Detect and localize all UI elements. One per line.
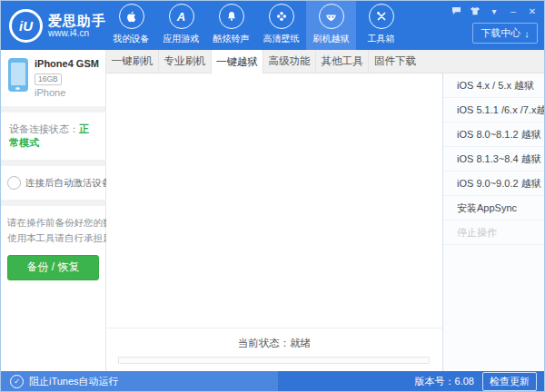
progress-bar — [118, 357, 430, 364]
download-center-button[interactable]: 下载中心 ↓ — [472, 23, 538, 44]
block-itunes-toggle[interactable]: ✓ 阻止iTunes自动运行 — [1, 371, 278, 391]
divider — [1, 160, 105, 166]
divider — [1, 106, 105, 113]
header-bar: iU 爱思助手 www.i4.cn 我的设备 A 应用游戏 酷炫铃声 — [1, 1, 544, 50]
status-area: 当前状态：就绪 — [106, 328, 442, 371]
tab-other-tools[interactable]: 其他工具 — [316, 50, 369, 73]
download-arrow-icon: ↓ — [524, 28, 530, 39]
action-ios813-84-jailbreak[interactable]: iOS 8.1.3~8.4 越狱 — [443, 147, 544, 172]
nav-item-ringtones[interactable]: 酷炫铃声 — [206, 1, 256, 50]
action-stop-operation: 停止操作 — [443, 220, 544, 245]
action-ios90-902-jailbreak[interactable]: iOS 9.0~9.0.2 越狱 — [443, 172, 544, 196]
bell-icon — [219, 4, 244, 29]
connection-status-label: 设备连接状态： — [9, 123, 79, 134]
nav-label: 应用游戏 — [164, 33, 200, 45]
divider — [1, 200, 105, 206]
version-number: 版本号：6.08 — [415, 375, 474, 388]
iphone-icon — [8, 58, 28, 92]
nav-item-flash-jailbreak[interactable]: 刷机越狱 — [306, 1, 356, 50]
check-update-button[interactable]: 检查更新 — [482, 372, 537, 391]
radio-icon[interactable] — [7, 176, 21, 190]
nav-label: 刷机越狱 — [313, 33, 350, 45]
skin-theme-icon[interactable] — [470, 5, 481, 16]
nav-label: 高清壁纸 — [263, 33, 300, 45]
action-ios511-6-7-jailbreak[interactable]: iOS 5.1.1 /6.x /7.x越狱 — [443, 98, 544, 122]
device-name: iPhone4 GSM — [35, 58, 99, 69]
device-info-card: iPhone4 GSM 16GB iPhone — [1, 50, 105, 106]
tab-one-key-jailbreak[interactable]: 一键越狱 — [211, 50, 263, 74]
tab-pro-flash[interactable]: 专业刷机 — [159, 50, 212, 73]
tab-one-key-flash[interactable]: 一键刷机 — [106, 50, 159, 73]
nav-item-wallpapers[interactable]: 高清壁纸 — [256, 1, 306, 50]
auto-activate-option[interactable]: 连接后自动激活设备 — [1, 166, 105, 200]
action-ios4-5-jailbreak[interactable]: iOS 4.x / 5.x 越狱 — [443, 74, 544, 98]
action-ios80-812-jailbreak[interactable]: iOS 8.0~8.1.2 越狱 — [443, 122, 544, 147]
toolbox-icon — [369, 4, 394, 29]
auto-activate-label: 连接后自动激活设备 — [25, 177, 112, 190]
window-controls: ▾ – ✕ — [451, 5, 538, 16]
footer-bar: ✓ 阻止iTunes自动运行 版本号：6.08 检查更新 — [1, 371, 544, 391]
nav-item-toolbox[interactable]: 工具箱 — [356, 1, 406, 50]
apple-icon — [119, 4, 144, 29]
warning-text-line2: 使用本工具请自行承担风险 — [7, 230, 99, 246]
feedback-icon[interactable] — [451, 5, 461, 16]
nav-item-my-device[interactable]: 我的设备 — [106, 1, 156, 50]
warning-text-line1: 请在操作前备份好您的数据 — [7, 215, 99, 230]
app-title: 爱思助手 — [48, 13, 106, 28]
nav-label: 工具箱 — [368, 33, 395, 45]
device-capacity-badge: 16GB — [35, 74, 62, 85]
i4-logo-icon: iU — [9, 9, 43, 43]
close-icon[interactable]: ✕ — [527, 5, 538, 16]
jailbreak-main-panel: 当前状态：就绪 — [106, 74, 442, 371]
nav-item-apps-games[interactable]: A 应用游戏 — [156, 1, 206, 50]
check-circle-icon: ✓ — [10, 375, 24, 388]
backup-warning-card: 请在操作前备份好您的数据 使用本工具请自行承担风险 备份 / 恢复 — [1, 206, 105, 291]
function-tabs: 一键刷机 专业刷机 一键越狱 高级功能 其他工具 固件下载 — [106, 50, 544, 74]
nav-label: 酷炫铃声 — [213, 33, 250, 45]
jailbreak-mask-icon — [319, 4, 344, 29]
download-center-label: 下载中心 — [481, 26, 520, 40]
minimize-icon[interactable]: – — [508, 5, 519, 16]
menu-chevron-icon[interactable]: ▾ — [489, 5, 500, 16]
app-window: iU 爱思助手 www.i4.cn 我的设备 A 应用游戏 酷炫铃声 — [0, 0, 545, 392]
appstore-icon: A — [169, 4, 194, 29]
jailbreak-actions-panel: iOS 4.x / 5.x 越狱 iOS 5.1.1 /6.x /7.x越狱 i… — [442, 74, 544, 371]
connection-status: 设备连接状态：正常模式 — [1, 113, 105, 160]
device-sidebar: iPhone4 GSM 16GB iPhone 设备连接状态：正常模式 连接后自… — [1, 50, 106, 371]
block-itunes-label: 阻止iTunes自动运行 — [29, 375, 119, 388]
app-logo: iU 爱思助手 www.i4.cn — [1, 1, 106, 50]
tab-firmware-download[interactable]: 固件下载 — [369, 50, 421, 73]
tab-advanced-features[interactable]: 高级功能 — [263, 50, 316, 73]
main-nav: 我的设备 A 应用游戏 酷炫铃声 高清壁纸 — [106, 1, 406, 50]
current-status-text: 当前状态：就绪 — [106, 337, 442, 350]
backup-restore-button[interactable]: 备份 / 恢复 — [7, 255, 99, 280]
action-install-appsync[interactable]: 安装AppSync — [443, 196, 544, 220]
device-model: iPhone — [35, 87, 99, 98]
app-url: www.i4.cn — [48, 28, 106, 39]
nav-label: 我的设备 — [114, 33, 150, 45]
wallpaper-icon — [269, 4, 294, 29]
